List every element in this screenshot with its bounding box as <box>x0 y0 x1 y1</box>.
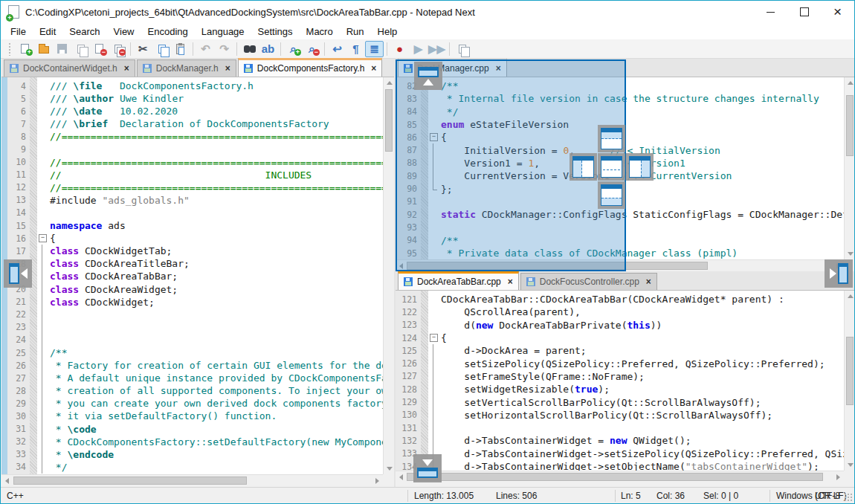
code-line-6: 6/// \date 10.02.2020 <box>1 105 383 117</box>
copy-button[interactable] <box>152 41 171 57</box>
scrollbar-thumb[interactable] <box>13 476 247 485</box>
tab-dockfocuscontroller-cpp[interactable]: DockFocusController.cpp× <box>520 273 657 290</box>
dock-indicator-top[interactable] <box>598 125 625 152</box>
code-line-130: 130 setHorizontalScrollBarPolicy(Qt::Scr… <box>396 409 844 421</box>
scroll-up-arrow[interactable] <box>848 81 854 85</box>
code-line-134: 134 d->TabsContainerWidget->setObjectNam… <box>396 460 844 471</box>
menu-search[interactable]: Search <box>62 25 106 39</box>
scroll-up-arrow[interactable] <box>848 294 854 298</box>
toolbar-separator <box>193 42 193 56</box>
scrollbar-thumb[interactable] <box>846 337 854 405</box>
scroll-down-arrow[interactable] <box>848 463 854 467</box>
scroll-right-arrow[interactable] <box>836 474 840 480</box>
badge: − <box>100 49 107 56</box>
redo-button[interactable]: ↷ <box>215 41 233 57</box>
menu-edit[interactable]: Edit <box>33 25 62 39</box>
top-right-vertical-scrollbar[interactable] <box>844 77 855 259</box>
menu-macro[interactable]: Macro <box>300 25 340 39</box>
cut-button[interactable]: ✂ <box>134 41 152 57</box>
bottom-right-vertical-scrollbar[interactable] <box>844 291 855 471</box>
scrollbar-thumb[interactable] <box>407 473 823 481</box>
line-number: 31 <box>7 424 30 434</box>
tab-close-icon[interactable]: × <box>646 277 651 287</box>
menu-language[interactable]: Language <box>195 25 251 39</box>
tab-dockcomponentsfactory-h[interactable]: DockComponentsFactory.h× <box>238 58 383 77</box>
title-bar[interactable]: C:\CodingXP\cetoni_projects_64bit\QtAdva… <box>1 1 854 23</box>
fold-marker[interactable] <box>37 232 48 245</box>
status-language: C++ <box>7 491 24 501</box>
tab-close-icon[interactable]: × <box>371 63 376 74</box>
dock-indicator-bottom[interactable] <box>598 181 625 209</box>
scroll-left-arrow[interactable] <box>5 478 9 484</box>
line-number: 34 <box>7 462 30 472</box>
scrollbar-thumb[interactable] <box>846 95 854 156</box>
new-file-button[interactable]: + <box>16 41 34 57</box>
paste-button[interactable] <box>171 41 190 57</box>
word-wrap-button[interactable]: ↩ <box>328 41 346 57</box>
dock-edge-indicator-top[interactable] <box>414 62 442 90</box>
left-horizontal-scrollbar[interactable] <box>1 474 383 486</box>
tab-close-icon[interactable]: × <box>225 63 230 74</box>
replace-button[interactable]: ab <box>259 41 277 57</box>
menu-view[interactable]: View <box>107 25 141 39</box>
menu-encoding[interactable]: Encoding <box>141 25 195 39</box>
editor-dockareatabbar[interactable]: 121CDockAreaTabBar::CDockAreaTabBar(CDoc… <box>396 291 844 471</box>
fold-marker[interactable] <box>428 332 439 344</box>
dock-edge-indicator-left[interactable] <box>4 259 32 288</box>
scroll-up-arrow[interactable] <box>387 81 393 85</box>
line-number: 25 <box>7 348 30 358</box>
zoom-out-button[interactable]: ⌕− <box>303 41 321 57</box>
maximize-button[interactable] <box>787 1 821 23</box>
dock-edge-indicator-right[interactable] <box>825 259 853 288</box>
menu-help[interactable]: Help <box>371 25 404 39</box>
tab-label: DockManager.h <box>156 63 219 74</box>
clone-document-button[interactable] <box>453 41 471 57</box>
save-file-button[interactable] <box>53 41 71 57</box>
menu-file[interactable]: File <box>4 25 33 39</box>
minimize-button[interactable] <box>754 1 787 23</box>
run-macro-multiple-button[interactable]: ▶▶ <box>428 41 446 57</box>
dock-indicator-center[interactable] <box>598 153 625 181</box>
resize-grip[interactable] <box>844 493 853 502</box>
play-macro-button[interactable]: ▶ <box>409 41 428 57</box>
left-vertical-scrollbar[interactable] <box>383 77 394 474</box>
undo-button[interactable]: ↶ <box>196 41 215 57</box>
tab-close-icon[interactable]: × <box>508 277 513 287</box>
tab-dockmanager-h[interactable]: DockManager.h× <box>137 59 236 77</box>
tab-dockcontainerwidget-h[interactable]: DockContainerWidget.h× <box>4 59 135 77</box>
line-number: 26 <box>7 361 30 371</box>
bottom-right-horizontal-scrollbar[interactable] <box>396 471 844 482</box>
record-macro-icon: ● <box>396 43 403 54</box>
tab-dockareatabbar-cpp[interactable]: DockAreaTabBar.cpp× <box>398 271 519 290</box>
dock-indicator-left[interactable] <box>570 153 597 181</box>
tab-close-icon[interactable]: × <box>124 63 129 74</box>
zoom-in-button[interactable]: ⌕+ <box>284 41 303 57</box>
line-number: 33 <box>7 449 30 459</box>
clone-document-icon <box>459 45 466 54</box>
code-line-10: 10//====================================… <box>1 156 383 169</box>
show-all-characters-button[interactable]: ¶ <box>346 41 365 57</box>
tab-bar-bottom-right: DockAreaTabBar.cpp×DockFocusController.c… <box>396 271 855 291</box>
record-macro-button[interactable]: ● <box>390 41 409 57</box>
dock-indicator-right[interactable] <box>626 153 654 181</box>
scroll-down-arrow[interactable] <box>848 252 854 256</box>
close-button[interactable] <box>821 1 854 23</box>
scroll-left-arrow[interactable] <box>399 474 403 480</box>
save-all-button[interactable] <box>71 41 90 57</box>
scroll-down-arrow[interactable] <box>387 467 393 471</box>
open-file-button[interactable] <box>34 41 53 57</box>
code-line-29: 29 * you can create your own derived doc… <box>1 397 383 410</box>
editor-dockcomponentsfactory[interactable]: 4/// \file DockComponentsFactory.h5/// \… <box>1 77 383 474</box>
close-file-button[interactable]: − <box>90 41 109 57</box>
scroll-right-arrow[interactable] <box>375 478 379 484</box>
close-all-button[interactable]: − <box>109 41 127 57</box>
scrollbar-thumb[interactable] <box>385 89 393 152</box>
toolbar: +−−✂↶↷ab⌕+⌕−↩¶≣●▶▶▶ <box>1 39 854 59</box>
menu-run[interactable]: Run <box>340 25 371 39</box>
status-line: Ln: 5 <box>621 491 641 501</box>
menu-settings[interactable]: Settings <box>251 25 300 39</box>
find-button[interactable] <box>240 41 259 57</box>
toolbar-separator <box>236 42 237 56</box>
dock-edge-indicator-bottom[interactable] <box>413 454 442 482</box>
indentation-guides-button[interactable]: ≣ <box>365 41 384 57</box>
